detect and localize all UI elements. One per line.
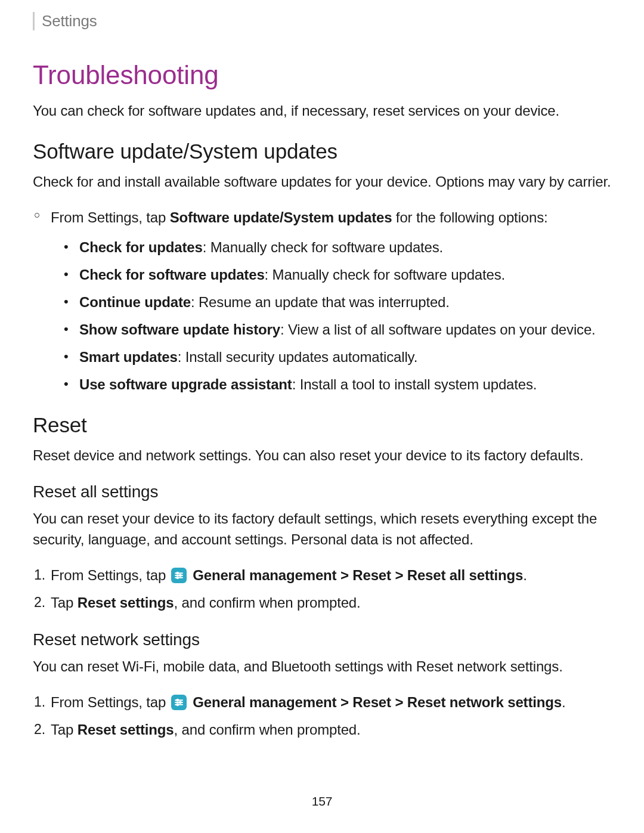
list-item: Use software upgrade assistant: Install …	[79, 374, 611, 395]
list-item: Check for software updates: Manually che…	[79, 264, 611, 286]
item-bold: Smart updates	[79, 349, 178, 365]
list-item: Smart updates: Install security updates …	[79, 346, 611, 368]
subsection-heading-reset-all: Reset all settings	[33, 482, 611, 501]
intro-text: You can check for software updates and, …	[33, 101, 611, 122]
subsection-desc: You can reset Wi-Fi, mobile data, and Bl…	[33, 657, 611, 677]
item-text: : Manually check for software updates.	[203, 239, 443, 255]
svg-point-9	[177, 699, 178, 701]
step-item: Tap Reset settings, and confirm when pro…	[51, 592, 611, 614]
step-post: .	[523, 567, 527, 583]
step-pre: From Settings, tap	[51, 567, 170, 583]
list-item: Check for updates: Manually check for so…	[79, 237, 611, 258]
lead-post: for the following options:	[392, 209, 547, 225]
outer-list: From Settings, tap Software update/Syste…	[33, 207, 611, 395]
general-management-icon	[171, 695, 187, 710]
section-heading-reset: Reset	[33, 413, 611, 437]
svg-point-3	[177, 572, 178, 574]
step-item: From Settings, tap General management > …	[51, 565, 611, 586]
page-title: Troubleshooting	[33, 60, 611, 90]
step-post: , and confirm when prompted.	[174, 721, 361, 738]
options-list: Check for updates: Manually check for so…	[51, 237, 611, 395]
svg-point-5	[177, 577, 178, 578]
svg-point-4	[179, 575, 181, 577]
breadcrumb: Settings	[33, 12, 611, 30]
item-bold: Check for software updates	[79, 267, 265, 283]
section-heading-software-update: Software update/System updates	[33, 140, 611, 163]
steps-list: From Settings, tap General management > …	[33, 565, 611, 614]
item-bold: Show software update history	[79, 321, 280, 337]
lead-item: From Settings, tap Software update/Syste…	[51, 207, 611, 395]
item-bold: Use software upgrade assistant	[79, 376, 292, 392]
general-management-icon	[171, 568, 187, 583]
step-bold: Reset settings	[78, 721, 174, 738]
item-bold: Continue update	[79, 294, 191, 310]
item-text: : Resume an update that was interrupted.	[191, 294, 450, 310]
item-text: : View a list of all software updates on…	[280, 321, 596, 337]
item-text: : Manually check for software updates.	[265, 267, 505, 283]
steps-list: From Settings, tap General management > …	[33, 692, 611, 741]
subsection-heading-reset-network: Reset network settings	[33, 630, 611, 649]
section-desc: Check for and install available software…	[33, 172, 611, 193]
svg-point-10	[179, 701, 181, 703]
svg-point-11	[177, 704, 178, 705]
list-item: Continue update: Resume an update that w…	[79, 292, 611, 313]
item-text: : Install security updates automatically…	[178, 349, 418, 365]
step-path: General management > Reset > Reset netwo…	[193, 694, 562, 710]
item-text: : Install a tool to install system updat…	[292, 376, 537, 392]
item-bold: Check for updates	[79, 239, 203, 255]
step-bold: Reset settings	[78, 594, 174, 611]
step-item: From Settings, tap General management > …	[51, 692, 611, 713]
step-post: .	[562, 694, 566, 710]
step-pre: Tap	[51, 721, 78, 738]
step-post: , and confirm when prompted.	[174, 594, 361, 611]
subsection-desc: You can reset your device to its factory…	[33, 509, 611, 550]
step-pre: Tap	[51, 594, 78, 611]
step-pre: From Settings, tap	[51, 694, 170, 710]
step-item: Tap Reset settings, and confirm when pro…	[51, 719, 611, 741]
list-item: Show software update history: View a lis…	[79, 319, 611, 340]
page-number: 157	[33, 794, 611, 809]
step-path: General management > Reset > Reset all s…	[193, 567, 523, 583]
lead-bold: Software update/System updates	[170, 209, 392, 225]
lead-pre: From Settings, tap	[51, 209, 170, 225]
section-desc: Reset device and network settings. You c…	[33, 445, 611, 466]
